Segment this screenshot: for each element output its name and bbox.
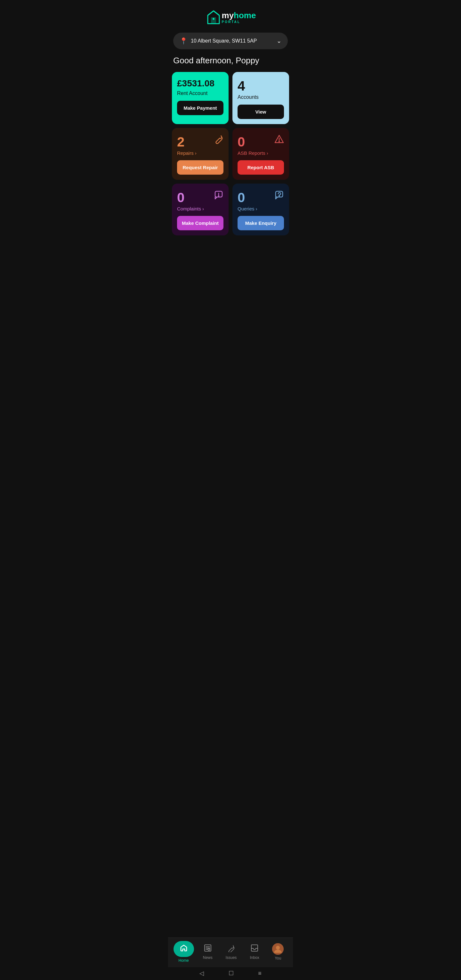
nav-you[interactable]: You [268, 943, 287, 961]
rent-label: Rent Account [177, 91, 223, 96]
wrench-icon [214, 134, 223, 146]
address-text: 10 Albert Square, SW11 5AP [191, 38, 257, 44]
logo-my: my [222, 11, 234, 20]
nav-inbox-label: Inbox [250, 955, 259, 960]
svg-point-3 [279, 142, 279, 142]
complaints-count: 0 [177, 190, 184, 205]
back-button[interactable]: ◁ [199, 970, 204, 977]
inbox-icon [250, 944, 259, 954]
svg-point-16 [276, 946, 280, 950]
logo-icon [205, 9, 222, 25]
rent-amount: £3531.08 [177, 78, 223, 89]
complaints-link[interactable]: Complaints › [177, 206, 223, 212]
repairs-card: 2 Repairs › Request Repair [172, 128, 228, 180]
queries-header: 0 [238, 190, 284, 206]
accounts-count: 4 [238, 78, 284, 94]
nav-home[interactable]: Home [174, 941, 194, 963]
make-complaint-button[interactable]: Make Complaint [177, 216, 223, 230]
svg-point-8 [279, 196, 279, 196]
nav-news[interactable]: News [198, 944, 217, 960]
asb-card: 0 ASB Reports › Report ASB [233, 128, 289, 180]
query-icon [274, 190, 284, 202]
location-icon: 📍 [180, 37, 188, 45]
nav-home-label: Home [179, 958, 189, 963]
svg-point-6 [219, 196, 219, 196]
queries-card: 0 Queries › Make Enquiry [233, 184, 289, 235]
logo-home: home [234, 11, 256, 20]
nav-issues[interactable]: Issues [222, 944, 241, 960]
home-bubble [174, 941, 194, 957]
repairs-count: 2 [177, 134, 184, 150]
header: my home PORTAL [168, 0, 293, 30]
queries-link[interactable]: Queries › [238, 206, 284, 212]
asb-count: 0 [238, 134, 245, 150]
home-icon [180, 944, 188, 954]
nav-inbox[interactable]: Inbox [245, 944, 264, 960]
address-bar[interactable]: 📍 10 Albert Square, SW11 5AP ⌄ [173, 33, 288, 49]
cards-grid-bottom: 0 Complaints › Make Complaint 0 [168, 184, 293, 235]
request-repair-button[interactable]: Request Repair [177, 160, 223, 175]
queries-count: 0 [238, 190, 245, 205]
cards-grid-middle: 2 Repairs › Request Repair 0 [168, 128, 293, 180]
nav-bar: Home News Issues [168, 937, 293, 967]
chevron-down-icon: ⌄ [277, 37, 281, 45]
greeting: Good afternoon, Poppy [168, 56, 293, 72]
repairs-header: 2 [177, 134, 223, 150]
warning-icon [274, 134, 284, 146]
make-payment-button[interactable]: Make Payment [177, 101, 223, 115]
repairs-link[interactable]: Repairs › [177, 150, 223, 156]
home-button[interactable]: ☐ [228, 970, 234, 977]
menu-button[interactable]: ≡ [258, 970, 262, 977]
accounts-label: Accounts [238, 94, 284, 100]
view-accounts-button[interactable]: View [238, 105, 284, 119]
report-asb-button[interactable]: Report ASB [238, 160, 284, 175]
rent-card: £3531.08 Rent Account Make Payment [172, 72, 228, 124]
asb-link[interactable]: ASB Reports › [238, 150, 284, 156]
cards-grid-top: £3531.08 Rent Account Make Payment 4 Acc… [168, 72, 293, 124]
logo: my home PORTAL [205, 9, 256, 25]
avatar [272, 943, 284, 955]
complaints-header: 0 [177, 190, 223, 206]
svg-point-1 [212, 18, 214, 20]
accounts-card: 4 Accounts View [233, 72, 289, 124]
complaint-icon [214, 190, 223, 202]
nav-you-label: You [275, 956, 281, 961]
complaints-card: 0 Complaints › Make Complaint [172, 184, 228, 235]
nav-issues-label: Issues [226, 955, 237, 960]
news-icon [204, 944, 212, 954]
address-left: 📍 10 Albert Square, SW11 5AP [180, 37, 257, 45]
asb-header: 0 [238, 134, 284, 150]
svg-rect-13 [208, 948, 210, 950]
nav-news-label: News [203, 955, 212, 960]
bottom-nav-wrapper: Home News Issues [168, 937, 293, 980]
issues-icon [227, 944, 235, 954]
logo-portal: PORTAL [222, 20, 256, 24]
make-enquiry-button[interactable]: Make Enquiry [238, 216, 284, 230]
logo-text: my home PORTAL [222, 11, 256, 24]
android-system-bar: ◁ ☐ ≡ [168, 967, 293, 980]
